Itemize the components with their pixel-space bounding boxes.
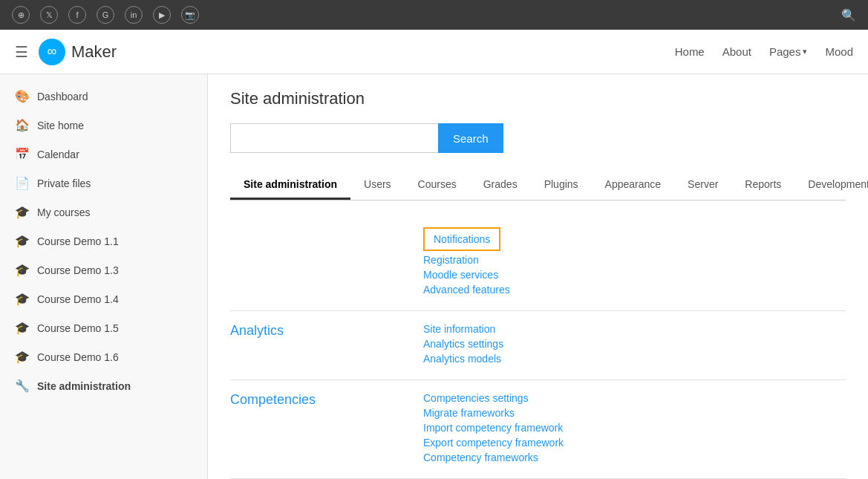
logo[interactable]: ∞ Maker	[39, 39, 117, 65]
tab-server[interactable]: Server	[674, 171, 731, 200]
calendar-icon: 📅	[15, 147, 30, 161]
top-search-icon[interactable]: 🔍	[841, 8, 856, 22]
nav-pages[interactable]: Pages ▾	[769, 45, 808, 58]
link-analytics-models[interactable]: Analytics models	[423, 353, 846, 365]
section-competencies-links: Competencies settings Migrate frameworks…	[423, 392, 846, 466]
main-content: Site administration Search Site administ…	[208, 74, 868, 479]
tab-appearance[interactable]: Appearance	[592, 171, 675, 200]
logo-text: Maker	[71, 42, 117, 62]
nav-about[interactable]: About	[722, 45, 751, 58]
sidebar-item-my-courses[interactable]: 🎓 My courses	[0, 198, 207, 227]
nav-links: Home About Pages ▾ Mood	[675, 45, 853, 58]
facebook-icon[interactable]: f	[68, 6, 86, 24]
dashboard-icon: 🎨	[15, 89, 30, 103]
tab-courses[interactable]: Courses	[405, 171, 470, 200]
link-analytics-settings[interactable]: Analytics settings	[423, 338, 846, 350]
social-bar: ⊕ 𝕏 f G in ▶ 📷 🔍	[0, 0, 868, 30]
link-site-information[interactable]: Site information	[423, 323, 846, 335]
section-general-links: Notifications Registration Moodle servic…	[230, 227, 846, 296]
sidebar-item-course-1-1[interactable]: 🎓 Course Demo 1.1	[0, 227, 207, 255]
course-icon-4: 🎓	[15, 321, 30, 335]
sidebar-item-site-home[interactable]: 🏠 Site home	[0, 111, 207, 140]
wrench-icon: 🔧	[15, 379, 30, 393]
link-export-competency-framework[interactable]: Export competency framework	[423, 437, 846, 449]
tab-reports[interactable]: Reports	[731, 171, 794, 200]
course-icon-3: 🎓	[15, 292, 30, 306]
main-nav: ☰ ∞ Maker Home About Pages ▾ Mood	[0, 30, 868, 74]
sidebar-item-calendar[interactable]: 📅 Calendar	[0, 140, 207, 169]
graduation-cap-icon: 🎓	[15, 205, 30, 219]
link-registration[interactable]: Registration	[423, 254, 846, 266]
section-general: Notifications Registration Moodle servic…	[230, 215, 846, 311]
sidebar-item-course-1-6[interactable]: 🎓 Course Demo 1.6	[0, 342, 207, 371]
notifications-highlighted-box: Notifications	[423, 227, 500, 251]
analytics-title[interactable]: Analytics	[230, 323, 408, 339]
logo-circle: ∞	[39, 39, 65, 65]
pages-chevron-down-icon: ▾	[803, 47, 807, 56]
search-input[interactable]	[230, 123, 438, 153]
logo-infinity-icon: ∞	[48, 44, 57, 59]
section-analytics-links: Site information Analytics settings Anal…	[423, 323, 846, 368]
social-icons-group: ⊕ 𝕏 f G in ▶ 📷	[12, 6, 199, 24]
link-migrate-frameworks[interactable]: Migrate frameworks	[423, 407, 846, 419]
link-advanced-features[interactable]: Advanced features	[423, 284, 846, 296]
link-import-competency-framework[interactable]: Import competency framework	[423, 422, 846, 434]
google-plus-icon[interactable]: G	[97, 6, 114, 24]
course-icon-2: 🎓	[15, 263, 30, 277]
tabs-bar: Site administration Users Courses Grades…	[230, 171, 846, 201]
sidebar-item-dashboard[interactable]: 🎨 Dashboard	[0, 82, 207, 111]
twitter-icon[interactable]: 𝕏	[40, 6, 58, 24]
tab-plugins[interactable]: Plugins	[531, 171, 592, 200]
home-icon: 🏠	[15, 118, 30, 132]
course-icon-1: 🎓	[15, 234, 30, 248]
page-title: Site administration	[230, 89, 846, 108]
sidebar-item-site-admin[interactable]: 🔧 Site administration	[0, 371, 207, 400]
link-competencies-settings[interactable]: Competencies settings	[423, 392, 846, 404]
sidebar: 🎨 Dashboard 🏠 Site home 📅 Calendar 📄 Pri…	[0, 74, 208, 479]
link-competency-frameworks[interactable]: Competency frameworks	[423, 452, 846, 463]
section-analytics-left: Analytics	[230, 323, 423, 368]
sidebar-item-course-1-5[interactable]: 🎓 Course Demo 1.5	[0, 313, 207, 342]
section-competencies-left: Competencies	[230, 392, 423, 466]
search-button[interactable]: Search	[438, 123, 503, 153]
section-analytics: Analytics Site information Analytics set…	[230, 311, 846, 380]
file-icon: 📄	[15, 176, 30, 190]
instagram-icon[interactable]: 📷	[181, 6, 199, 24]
sidebar-item-private-files[interactable]: 📄 Private files	[0, 169, 207, 198]
link-notifications[interactable]: Notifications	[434, 233, 490, 245]
tab-development[interactable]: Development	[794, 171, 868, 200]
search-area: Search	[230, 123, 846, 153]
globe-icon[interactable]: ⊕	[12, 6, 30, 24]
sidebar-item-course-1-3[interactable]: 🎓 Course Demo 1.3	[0, 255, 207, 284]
tab-site-administration[interactable]: Site administration	[230, 171, 350, 200]
tab-users[interactable]: Users	[350, 171, 405, 200]
hamburger-button[interactable]: ☰	[15, 43, 28, 61]
linkedin-icon[interactable]: in	[125, 6, 143, 24]
sidebar-item-course-1-4[interactable]: 🎓 Course Demo 1.4	[0, 284, 207, 313]
nav-mood[interactable]: Mood	[825, 45, 853, 58]
nav-home[interactable]: Home	[675, 45, 705, 58]
competencies-title[interactable]: Competencies	[230, 392, 408, 408]
page-layout: 🎨 Dashboard 🏠 Site home 📅 Calendar 📄 Pri…	[0, 74, 868, 479]
link-moodle-services[interactable]: Moodle services	[423, 269, 846, 281]
course-icon-5: 🎓	[15, 350, 30, 364]
tab-grades[interactable]: Grades	[470, 171, 531, 200]
section-competencies: Competencies Competencies settings Migra…	[230, 380, 846, 479]
youtube-icon[interactable]: ▶	[153, 6, 171, 24]
